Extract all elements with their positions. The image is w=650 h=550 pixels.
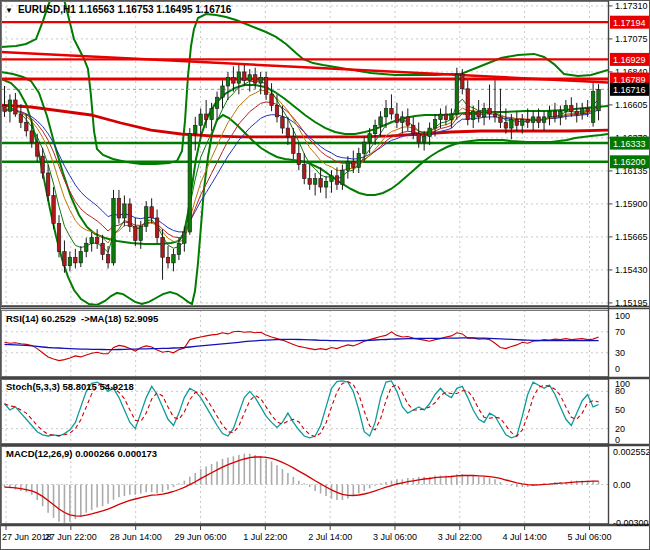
bull-candle (455, 75, 459, 114)
bear-candle (35, 142, 39, 156)
bear-candle (461, 75, 465, 89)
bull-candle (313, 179, 317, 185)
bear-candle (493, 114, 497, 117)
symbol-menu-icon[interactable]: ▼ (5, 6, 13, 15)
bear-candle (30, 131, 34, 142)
macd-axis-label: 0.002552 (613, 447, 650, 457)
bull-candle (368, 134, 372, 142)
bull-candle (422, 137, 426, 143)
rsi-axis-label: 100 (615, 311, 630, 321)
bull-candle (384, 108, 388, 116)
bear-candle (243, 72, 247, 80)
price-tick-label: 1.17310 (615, 1, 648, 11)
price-tag-label: 1.16716 (613, 85, 646, 95)
bear-candle (232, 78, 236, 84)
bear-candle (575, 111, 579, 114)
time-tick-label: 3 Jul 06:00 (373, 532, 417, 542)
bull-candle (210, 108, 214, 119)
bull-candle (215, 97, 219, 108)
time-tick-label: 27 Jun 22:00 (45, 532, 97, 542)
bear-candle (515, 120, 519, 126)
bear-candle (499, 117, 503, 123)
bear-candle (95, 238, 99, 244)
bull-candle (341, 170, 345, 184)
bear-candle (128, 204, 132, 226)
bull-candle (559, 111, 563, 117)
time-tick-label: 1 Jul 22:00 (243, 532, 287, 542)
bear-candle (281, 117, 285, 128)
bull-candle (172, 254, 176, 262)
bear-candle (570, 106, 574, 112)
bear-candle (275, 106, 279, 117)
bear-candle (270, 94, 274, 105)
bear-candle (466, 89, 470, 120)
bull-candle (79, 252, 83, 263)
bull-candle (597, 89, 601, 110)
bull-candle (248, 75, 252, 81)
bear-candle (101, 243, 105, 254)
price-tag-label: 1.16929 (613, 55, 646, 65)
bear-candle (204, 114, 208, 120)
bear-candle (46, 173, 50, 195)
stoch-axis-label: 80 (615, 386, 625, 396)
bull-candle (324, 181, 328, 187)
current-bar-ohlc: 1.16563 1.16753 1.16495 1.16716 (79, 4, 232, 15)
bull-candle (542, 117, 546, 123)
bear-candle (106, 254, 110, 262)
bear-candle (406, 117, 410, 125)
bear-candle (117, 198, 121, 218)
bull-candle (123, 204, 127, 218)
chart-canvas[interactable]: 1.173101.170751.168401.166051.163701.161… (1, 1, 650, 550)
bull-candle (346, 162, 350, 170)
chart-title-bar: ▼EURUSD,H1 1.16563 1.16753 1.16495 1.167… (5, 4, 231, 15)
bear-candle (303, 165, 307, 179)
bear-candle (553, 111, 557, 117)
bull-candle (439, 114, 443, 120)
bear-candle (155, 218, 159, 238)
bear-candle (3, 106, 7, 112)
bull-candle (330, 176, 334, 182)
bear-candle (166, 257, 170, 263)
bull-candle (373, 125, 377, 133)
bull-candle (471, 111, 475, 119)
bear-candle (150, 207, 154, 218)
bull-candle (226, 78, 230, 86)
bull-candle (90, 238, 94, 244)
bull-candle (221, 86, 225, 97)
bear-candle (390, 108, 394, 114)
time-tick-label: 28 Jun 14:00 (110, 532, 162, 542)
bull-candle (139, 226, 143, 240)
bull-candle (379, 117, 383, 125)
bull-candle (259, 78, 263, 84)
bear-candle (264, 78, 268, 95)
bear-candle (292, 137, 296, 154)
bear-candle (444, 114, 448, 120)
bull-candle (112, 198, 116, 263)
bull-candle (357, 153, 361, 167)
bear-candle (19, 114, 23, 122)
bear-candle (25, 122, 29, 130)
rsi-axis-label: 70 (615, 327, 625, 337)
bear-candle (586, 108, 590, 111)
bear-candle (537, 117, 541, 123)
bear-candle (488, 108, 492, 114)
price-tag-label: 1.16200 (613, 157, 646, 167)
bull-candle (482, 108, 486, 116)
bear-candle (308, 179, 312, 185)
bull-candle (564, 106, 568, 112)
bull-candle (144, 207, 148, 227)
bear-candle (352, 162, 356, 168)
bear-candle (417, 134, 421, 142)
price-tick-label: 1.15665 (615, 232, 648, 242)
bull-candle (177, 243, 181, 254)
bull-candle (531, 117, 535, 123)
bull-candle (362, 142, 366, 153)
symbol-timeframe-label: EURUSD,H1 (18, 4, 76, 15)
bear-candle (52, 195, 56, 223)
time-tick-label: 3 Jul 22:00 (438, 532, 482, 542)
bull-candle (428, 128, 432, 136)
time-tick-label: 29 Jun 06:00 (174, 532, 226, 542)
bull-candle (85, 243, 89, 251)
bull-candle (450, 114, 454, 120)
bull-candle (433, 120, 437, 128)
